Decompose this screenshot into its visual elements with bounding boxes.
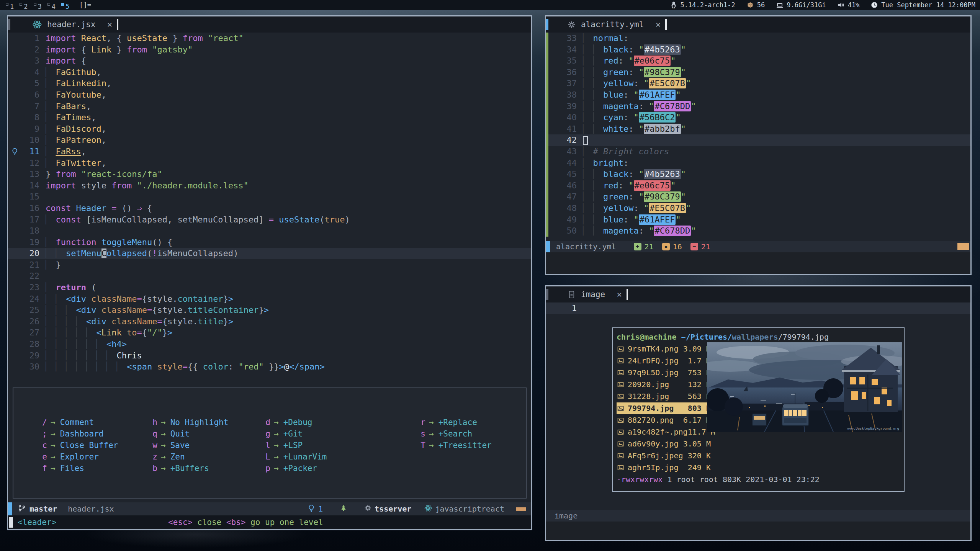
file-row[interactable]: AFq5r6j.jpeg320 K [617, 450, 713, 462]
indent-guide: ▏ [46, 113, 56, 122]
file-row[interactable]: 31228.jpg563 K [617, 391, 713, 402]
command-line[interactable]: <leader> <esc> close <bs> go up one leve… [8, 515, 531, 529]
code-line[interactable]: 26▏ ▏ ▏ ▏ <div className={style.title}> [8, 316, 531, 327]
code-line[interactable]: 9▏ FaDiscord, [8, 123, 531, 135]
workspace-1[interactable]: 1 [6, 3, 14, 10]
token: black [603, 169, 628, 179]
code-line[interactable]: 3import { [8, 55, 531, 67]
code-line[interactable]: 50▏ ▏ magenta: "#C678DD" [546, 225, 970, 237]
code-line[interactable]: 19▏ function toggleMenu() { [8, 237, 531, 248]
code-line[interactable]: 42 [546, 134, 970, 146]
code-line[interactable]: 7▏ FaBars, [8, 101, 531, 112]
code-line[interactable]: 13} from "react-icons/fa" [8, 168, 531, 180]
code-line[interactable]: 16const Header = () ⇒ { [8, 203, 531, 214]
code-line[interactable]: 46▏ ▏ red: "#e06c75" [546, 180, 970, 191]
code-line[interactable]: 23▏ return ( [8, 282, 531, 293]
file-row[interactable]: 9rsmTK4.png3.09 M [617, 343, 713, 355]
code-buffer: 1import React, { useState } from "react"… [8, 33, 531, 502]
code-text: ▏ ▏ ▏ ▏ ▏ ▏ ▏ ▏ <span style={{ color: "r… [46, 361, 325, 373]
code-line[interactable]: 33▏ normal: [546, 33, 970, 44]
code-line[interactable]: 45▏ ▏ black: "#4b5263" [546, 168, 970, 180]
close-icon[interactable]: × [617, 289, 622, 299]
code-line[interactable]: 41▏ ▏ white: "#abb2bf" [546, 123, 970, 135]
code-line[interactable]: 37▏ ▏ yellow: "#E5C07B" [546, 78, 970, 89]
code-line[interactable]: 29▏ ▏ ▏ ▏ ▏ ▏ ▏ Chris [8, 350, 531, 361]
code-line[interactable]: 8▏ FaTimes, [8, 112, 531, 123]
whichkey-popup: /→Comment;→Dashboardc→Close Buffere→Expl… [13, 387, 527, 499]
code-line[interactable]: 48▏ ▏ yellow: "#E5C07B" [546, 203, 970, 214]
indent-guide: ▏ [593, 203, 604, 213]
code-line[interactable]: 44▏ bright: [546, 157, 970, 169]
token: <h4> [106, 339, 127, 349]
code-line[interactable]: 4▏ FaGithub, [8, 67, 531, 78]
indent-guide: ▏ [66, 362, 76, 371]
buffer-tab-alacritty-yml[interactable]: alacritty.yml × [568, 20, 661, 29]
code-line[interactable]: 10▏ FaPatreon, [8, 134, 531, 146]
code-text: ▏ } [46, 259, 61, 271]
code-line[interactable]: 28▏ ▏ ▏ ▏ ▏ ▏ <h4> [8, 338, 531, 350]
code-text: ▏ FaLinkedin, [46, 78, 111, 89]
code-line[interactable]: 11▏ FaRss, [8, 146, 531, 157]
code-line[interactable]: 43▏ # Bright colors [546, 146, 970, 157]
status-kernel-icon [670, 2, 677, 8]
code-line[interactable]: 36▏ ▏ green: "#98C379" [546, 67, 970, 78]
code-line[interactable]: 15 [8, 191, 531, 203]
token: " [644, 78, 649, 88]
code-line[interactable]: 14import style from "./header.module.les… [8, 180, 531, 191]
code-line[interactable]: 35▏ ▏ red: "#e06c75" [546, 55, 970, 67]
file-row[interactable]: ad6v90y.jpg3.05 M [617, 438, 713, 450]
code-line[interactable]: 20▏ ▏ setMenuCollapsed(!isMenuCollapsed) [8, 248, 531, 259]
code-line[interactable]: 12▏ FaTwitter, [8, 157, 531, 169]
token: const [46, 203, 71, 213]
token: > [228, 294, 233, 304]
workspace-label: 2 [24, 3, 28, 10]
token: , [101, 124, 106, 134]
workspace-4[interactable]: 4 [47, 3, 56, 10]
close-icon[interactable]: × [107, 20, 112, 29]
workspace-2[interactable]: 2 [20, 3, 28, 10]
code-line[interactable]: 40▏ ▏ cyan: "#56B6C2" [546, 112, 970, 123]
code-line[interactable]: 25▏ ▏ ▏ <div className={style.titleConta… [8, 304, 531, 316]
code-line[interactable]: 49▏ ▏ blue: "#61AFEF" [546, 214, 970, 226]
code-line[interactable]: 1 [546, 302, 970, 314]
code-line[interactable]: 17▏ const [isMenuCollapsed, setMenuColla… [8, 214, 531, 226]
code-line[interactable]: 47▏ ▏ green: "#98C379" [546, 191, 970, 203]
line-number: 50 [554, 225, 577, 237]
layout-indicator: []= [79, 1, 91, 9]
code-line[interactable]: 5▏ FaLinkedin, [8, 78, 531, 89]
code-line[interactable]: 21▏ } [8, 259, 531, 271]
code-line[interactable]: 39▏ ▏ magenta: "#C678DD" [546, 101, 970, 112]
file-row[interactable]: 882720.png6.17 M [617, 414, 713, 426]
token: = [111, 203, 116, 213]
workspace-5[interactable]: 5 [61, 3, 69, 10]
code-line[interactable]: 27▏ ▏ ▏ ▏ ▏ <Link to={"/"}> [8, 327, 531, 338]
code-line[interactable]: 34▏ ▏ black: "#4b5263" [546, 44, 970, 56]
file-row[interactable]: 20920.jpg132 K [617, 379, 713, 391]
code-line[interactable]: 2import { Link } from "gatsby" [8, 44, 531, 56]
file-row[interactable]: aghr5Ip.jpg249 K [617, 462, 713, 474]
buffer-tab-image[interactable]: image × [568, 289, 622, 299]
token: const [56, 215, 81, 224]
workspace-3[interactable]: 3 [34, 3, 42, 10]
code-line[interactable]: 22 [8, 270, 531, 282]
code-line[interactable]: 30▏ ▏ ▏ ▏ ▏ ▏ ▏ ▏ <span style={{ color: … [8, 361, 531, 373]
code-line[interactable]: 24▏ ▏ <div className={style.container}> [8, 293, 531, 305]
indent-guide: ▏ [593, 90, 604, 100]
indent-guide: ▏ [593, 215, 604, 224]
file-row[interactable]: 97q9L5D.jpg753 K [617, 367, 713, 379]
token: FaRss [56, 147, 81, 156]
line-number: 35 [554, 55, 577, 67]
code-line[interactable]: 1import React, { useState } from "react" [8, 33, 531, 44]
code-line[interactable]: 18 [8, 225, 531, 237]
line-number: 39 [554, 101, 577, 112]
line-number: 2 [21, 44, 39, 56]
code-line[interactable]: 38▏ ▏ blue: "#61AFEF" [546, 89, 970, 101]
file-row[interactable]: 799794.jpg803 K [617, 402, 713, 414]
code-text: ▏ ▏ ▏ <div className={style.titleContain… [46, 304, 269, 316]
token: = [137, 328, 142, 337]
file-row[interactable]: 24LrDFQ.jpg1.7 M [617, 355, 713, 367]
close-icon[interactable]: × [655, 20, 661, 29]
code-line[interactable]: 6▏ FaYoutube, [8, 89, 531, 101]
buffer-tab-header-jsx[interactable]: header.jsx × [33, 20, 112, 29]
file-row[interactable]: a19c482f~.png11.7 M [617, 426, 713, 438]
